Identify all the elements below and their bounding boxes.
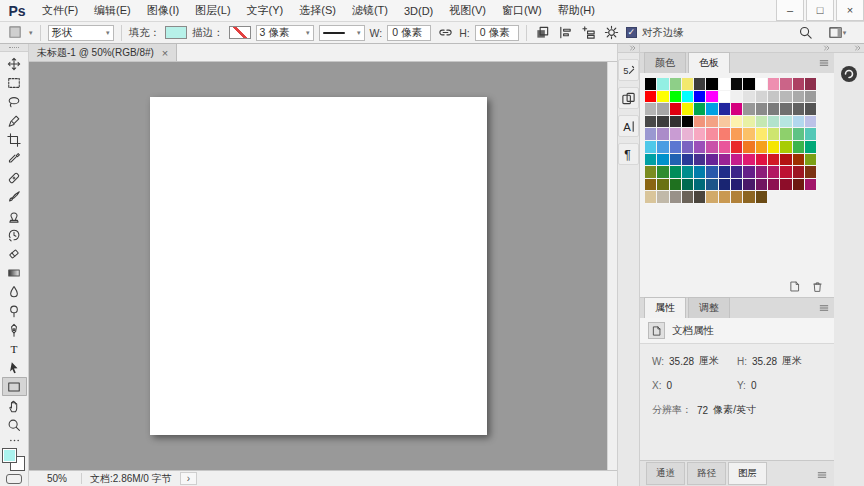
color-swatch-0-10[interactable] <box>768 78 780 91</box>
crop-tool[interactable] <box>2 130 27 149</box>
layers-panel-menu-icon[interactable] <box>816 469 828 481</box>
color-swatch-7-5[interactable] <box>706 166 718 179</box>
paragraph-panel-icon[interactable]: ¶ <box>618 143 639 165</box>
maximize-button[interactable]: □ <box>806 0 834 21</box>
menu-item-7[interactable]: 3D(D) <box>396 0 441 21</box>
color-swatch-8-4[interactable] <box>694 179 706 192</box>
color-swatch-3-7[interactable] <box>731 116 743 129</box>
color-swatch-7-0[interactable] <box>645 166 657 179</box>
color-swatch-2-0[interactable] <box>645 103 657 116</box>
color-swatch-1-8[interactable] <box>743 91 755 104</box>
search-icon[interactable] <box>796 24 814 42</box>
color-swatch-4-4[interactable] <box>694 128 706 141</box>
color-swatch-3-10[interactable] <box>768 116 780 129</box>
color-swatch-3-5[interactable] <box>706 116 718 129</box>
shape-settings-gear-icon[interactable] <box>603 24 621 42</box>
close-button[interactable]: × <box>836 0 864 21</box>
color-swatch-3-0[interactable] <box>645 116 657 129</box>
color-swatch-2-5[interactable] <box>706 103 718 116</box>
color-swatch-9-4[interactable] <box>694 191 706 204</box>
color-swatch-4-8[interactable] <box>743 128 755 141</box>
link-dimensions-icon[interactable] <box>436 24 454 42</box>
color-swatch-7-3[interactable] <box>682 166 694 179</box>
color-swatch-8-11[interactable] <box>780 179 792 192</box>
stroke-color-swatch[interactable] <box>229 26 251 39</box>
menu-item-4[interactable]: 文字(Y) <box>239 0 292 21</box>
color-swatch-6-12[interactable] <box>793 154 805 167</box>
color-swatch-0-6[interactable] <box>719 78 731 91</box>
color-swatch-9-9[interactable] <box>756 191 768 204</box>
menu-item-2[interactable]: 图像(I) <box>139 0 187 21</box>
color-swatch-6-8[interactable] <box>743 154 755 167</box>
menu-item-1[interactable]: 编辑(E) <box>86 0 139 21</box>
document-tab-close-icon[interactable]: × <box>162 47 168 59</box>
color-swatch-7-6[interactable] <box>719 166 731 179</box>
color-swatch-4-7[interactable] <box>731 128 743 141</box>
dock-collapse-icon[interactable] <box>618 44 639 53</box>
tab-properties[interactable]: 属性 <box>644 297 686 318</box>
color-swatch-1-1[interactable] <box>657 91 669 104</box>
canvas-workspace[interactable] <box>29 62 607 470</box>
color-swatch-3-4[interactable] <box>694 116 706 129</box>
tab-channels[interactable]: 通道 <box>646 462 685 485</box>
marquee-tool[interactable] <box>2 73 27 92</box>
color-swatch-2-10[interactable] <box>768 103 780 116</box>
menu-item-3[interactable]: 图层(L) <box>187 0 238 21</box>
color-swatch-2-12[interactable] <box>793 103 805 116</box>
color-swatch-2-11[interactable] <box>780 103 792 116</box>
minimize-button[interactable]: – <box>776 0 804 21</box>
color-swatch-8-3[interactable] <box>682 179 694 192</box>
color-swatch-9-2[interactable] <box>670 191 682 204</box>
swatches-panel-menu-icon[interactable] <box>818 57 830 69</box>
color-swatch-5-12[interactable] <box>793 141 805 154</box>
creative-cloud-icon[interactable] <box>840 65 858 83</box>
color-swatch-0-2[interactable] <box>670 78 682 91</box>
color-swatch-5-9[interactable] <box>756 141 768 154</box>
color-swatch-8-6[interactable] <box>719 179 731 192</box>
color-swatch-0-11[interactable] <box>780 78 792 91</box>
color-swatch-0-9[interactable] <box>756 78 768 91</box>
document-page[interactable] <box>150 97 487 435</box>
color-swatch-5-8[interactable] <box>743 141 755 154</box>
color-swatch-1-12[interactable] <box>793 91 805 104</box>
color-swatch-9-8[interactable] <box>743 191 755 204</box>
color-swatch-6-13[interactable] <box>805 154 817 167</box>
color-swatch-1-7[interactable] <box>731 91 743 104</box>
color-swatch-6-0[interactable] <box>645 154 657 167</box>
color-swatch-7-11[interactable] <box>780 166 792 179</box>
color-swatch-1-4[interactable] <box>694 91 706 104</box>
color-swatch-6-7[interactable] <box>731 154 743 167</box>
align-edges-checkbox[interactable]: ✓ <box>626 27 637 38</box>
color-swatch-4-10[interactable] <box>768 128 780 141</box>
new-swatch-icon[interactable] <box>788 280 801 293</box>
status-expand-arrow-icon[interactable]: › <box>180 472 197 485</box>
color-swatch-5-13[interactable] <box>805 141 817 154</box>
path-alignment-icon[interactable] <box>557 24 575 42</box>
color-swatch-4-11[interactable] <box>780 128 792 141</box>
color-swatch-3-6[interactable] <box>719 116 731 129</box>
foreground-color-swatch[interactable] <box>2 448 17 463</box>
color-swatch-5-10[interactable] <box>768 141 780 154</box>
color-swatch-4-3[interactable] <box>682 128 694 141</box>
color-swatch-8-8[interactable] <box>743 179 755 192</box>
stroke-width-select[interactable]: 3 像素▾ <box>256 25 314 41</box>
menu-item-8[interactable]: 视图(V) <box>441 0 494 21</box>
zoom-level-field[interactable]: 50% <box>29 473 82 484</box>
color-swatch-8-12[interactable] <box>793 179 805 192</box>
tab-layers[interactable]: 图层 <box>728 462 767 485</box>
edit-toolbar-ellipsis-icon[interactable] <box>2 434 27 446</box>
color-swatch-8-7[interactable] <box>731 179 743 192</box>
color-swatch-7-4[interactable] <box>694 166 706 179</box>
color-swatch-9-0[interactable] <box>645 191 657 204</box>
color-swatch-0-12[interactable] <box>793 78 805 91</box>
tools-panel-grip[interactable] <box>0 44 28 52</box>
color-swatch-8-1[interactable] <box>657 179 669 192</box>
color-swatch-9-3[interactable] <box>682 191 694 204</box>
color-swatch-9-1[interactable] <box>657 191 669 204</box>
color-swatch-6-3[interactable] <box>682 154 694 167</box>
color-swatch-2-1[interactable] <box>657 103 669 116</box>
color-swatch-9-7[interactable] <box>731 191 743 204</box>
color-swatch-4-2[interactable] <box>670 128 682 141</box>
hand-tool[interactable] <box>2 396 27 415</box>
color-swatch-0-13[interactable] <box>805 78 817 91</box>
